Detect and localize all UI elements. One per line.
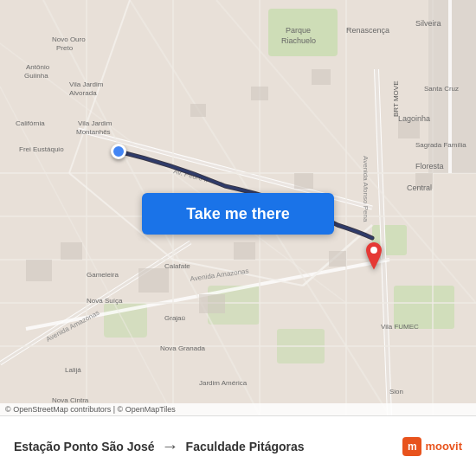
svg-text:Novo Ouro: Novo Ouro [52,35,86,43]
svg-text:Calafate: Calafate [164,262,190,270]
svg-text:Guiinha: Guiinha [24,72,48,80]
svg-text:Nova Suíça: Nova Suíça [87,297,123,305]
svg-text:BRT MOVE: BRT MOVE [392,81,400,118]
moovit-logo: m moovit [402,437,462,456]
svg-text:Vila Jardim: Vila Jardim [78,119,113,127]
svg-text:Lalijá: Lalijá [65,366,81,374]
take-me-there-button[interactable]: Take me there [142,193,334,235]
svg-text:Parque: Parque [286,26,311,35]
svg-text:Vila Jardim: Vila Jardim [69,80,104,88]
destination-label: Faculdade Pitágoras [186,440,305,453]
svg-rect-35 [26,260,52,281]
svg-text:Montanhês: Montanhês [76,128,111,136]
svg-text:Sion: Sion [389,388,403,396]
footer-route: Estação Ponto São José → Faculdade Pitág… [14,436,402,456]
svg-text:Nova Granada: Nova Granada [160,344,206,352]
svg-text:Silveira: Silveira [415,19,441,28]
svg-text:Frei Eustáquio: Frei Eustáquio [19,145,64,153]
svg-text:Floresta: Floresta [415,162,444,170]
svg-rect-39 [234,242,255,260]
svg-text:Preto: Preto [56,44,74,52]
footer-bar: Estação Ponto São José → Faculdade Pitág… [0,415,476,476]
map-container: Parque Riachuelo Renascença Silveira BRT… [0,0,476,415]
svg-rect-41 [398,121,420,138]
svg-text:Lagoinha: Lagoinha [398,114,430,123]
svg-text:Antônio: Antônio [26,63,50,71]
map-attribution: © OpenStreetMap contributors | © OpenMap… [0,403,476,415]
svg-text:Riachuelo: Riachuelo [281,36,316,45]
svg-text:Alvorada: Alvorada [69,89,97,97]
svg-rect-36 [61,242,82,260]
origin-label: Estação Ponto São José [14,440,155,453]
svg-rect-37 [138,268,169,293]
moovit-icon: m [402,437,421,456]
svg-text:Sagrada Família: Sagrada Família [415,141,466,149]
svg-rect-40 [329,251,346,267]
svg-rect-38 [199,294,225,313]
origin-marker [111,144,126,159]
svg-text:Avenida Afonso Pena: Avenida Afonso Pena [362,156,370,222]
destination-marker [362,242,386,277]
moovit-brand: moovit [425,440,462,453]
svg-rect-43 [312,69,331,85]
svg-point-82 [370,247,377,254]
route-arrow: → [162,436,179,456]
svg-rect-45 [190,104,206,117]
svg-text:Santa Cruz: Santa Cruz [424,85,459,93]
svg-text:Jardim América: Jardim América [199,379,248,387]
svg-text:Califórnia: Califórnia [16,119,45,127]
svg-text:Gameleira: Gameleira [87,271,119,279]
svg-text:Renascença: Renascença [346,26,389,35]
svg-rect-46 [294,173,313,189]
svg-text:Vila FUMEC: Vila FUMEC [381,323,419,331]
svg-text:Central: Central [407,183,432,192]
svg-rect-44 [251,87,268,100]
svg-text:Grajaú: Grajaú [164,314,185,322]
